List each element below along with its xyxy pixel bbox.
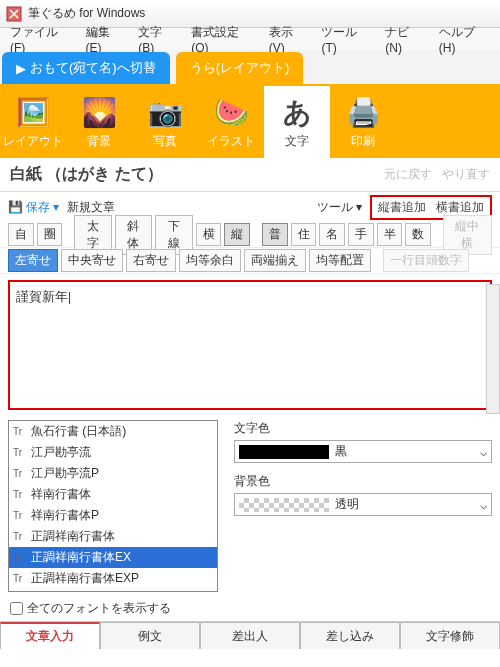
menu-navi[interactable]: ナビ(N) bbox=[379, 22, 431, 57]
undo-button[interactable]: 元に戻す bbox=[384, 166, 432, 183]
menu-help[interactable]: ヘルプ(H) bbox=[433, 22, 496, 57]
app-icon bbox=[6, 6, 22, 22]
font-item[interactable]: Tr江戸勘亭流 bbox=[9, 442, 217, 463]
text-icon: あ bbox=[277, 95, 317, 131]
fmt-num[interactable]: 数 bbox=[405, 223, 431, 246]
tab-decoration[interactable]: 文字修飾 bbox=[400, 622, 500, 649]
tool-photo[interactable]: 📷写真 bbox=[132, 86, 198, 158]
text-cursor: | bbox=[68, 290, 71, 304]
align-distribute[interactable]: 均等配置 bbox=[309, 249, 371, 272]
align-center[interactable]: 中央寄せ bbox=[61, 249, 123, 272]
font-type-icon: Tr bbox=[13, 531, 27, 542]
tab-examples[interactable]: 例文 bbox=[100, 622, 200, 649]
toolbar: 🖼️レイアウト 🌄背景 📷写真 🍉イラスト あ文字 🖨️印刷 bbox=[0, 86, 500, 158]
font-item[interactable]: Tr正調祥南行書体EXP bbox=[9, 568, 217, 589]
disk-icon: 💾 bbox=[8, 200, 23, 214]
tool-dropdown[interactable]: ツール ▾ bbox=[317, 199, 362, 216]
fmt-half[interactable]: 半 bbox=[377, 223, 403, 246]
font-type-icon: Tr bbox=[13, 573, 27, 584]
text-color-swatch bbox=[239, 445, 329, 459]
add-vertical-button[interactable]: 縦書追加 bbox=[378, 199, 426, 216]
chevron-down-icon: ▾ bbox=[356, 200, 362, 214]
tool-illust[interactable]: 🍉イラスト bbox=[198, 86, 264, 158]
font-item[interactable]: Tr正調祥南行書体EX bbox=[9, 547, 217, 568]
add-horizontal-button[interactable]: 横書追加 bbox=[436, 199, 484, 216]
layout-icon: 🖼️ bbox=[13, 95, 53, 131]
show-all-fonts-checkbox[interactable] bbox=[10, 602, 23, 615]
font-list[interactable]: Tr魚石行書 (日本語)Tr江戸勘亭流Tr江戸勘亭流PTr祥南行書体Tr祥南行書… bbox=[8, 420, 218, 592]
tool-layout[interactable]: 🖼️レイアウト bbox=[0, 86, 66, 158]
tab-merge[interactable]: 差し込み bbox=[300, 622, 400, 649]
font-type-icon: Tr bbox=[13, 489, 27, 500]
firstline-num: 一行目頭数字 bbox=[383, 249, 469, 272]
bg-color-swatch bbox=[239, 498, 329, 512]
bg-color-select[interactable]: 透明 ⌵ bbox=[234, 493, 492, 516]
fmt-hand[interactable]: 手 bbox=[348, 223, 374, 246]
font-item[interactable]: Tr正調祥南行書体P bbox=[9, 589, 217, 592]
bg-color-label: 背景色 bbox=[234, 473, 492, 490]
tab-sender[interactable]: 差出人 bbox=[200, 622, 300, 649]
tab-front[interactable]: ▶ おもて(宛て名)へ切替 bbox=[2, 52, 170, 84]
font-type-icon: Tr bbox=[13, 426, 27, 437]
align-left[interactable]: 左寄せ bbox=[8, 249, 58, 272]
app-title: 筆ぐるめ for Windows bbox=[28, 5, 145, 22]
chevron-down-icon: ▾ bbox=[53, 200, 59, 214]
font-item[interactable]: Tr魚石行書 (日本語) bbox=[9, 421, 217, 442]
show-all-fonts-label: 全てのフォントを表示する bbox=[27, 600, 171, 617]
align-distribute-margin[interactable]: 均等余白 bbox=[179, 249, 241, 272]
print-icon: 🖨️ bbox=[343, 95, 383, 131]
tool-background[interactable]: 🌄背景 bbox=[66, 86, 132, 158]
subheader: 白紙 （はがき たて） 元に戻す やり直す bbox=[0, 158, 500, 192]
format-row-2: 左寄せ 中央寄せ 右寄せ 均等余白 両端揃え 均等配置 一行目頭数字 bbox=[0, 248, 500, 274]
menubar: ファイル(F) 編集(E) 文字(B) 書式設定(O) 表示(V) ツール(T)… bbox=[0, 28, 500, 50]
bottom-pane: Tr魚石行書 (日本語)Tr江戸勘亭流Tr江戸勘亭流PTr祥南行書体Tr祥南行書… bbox=[0, 416, 500, 596]
tool-print[interactable]: 🖨️印刷 bbox=[330, 86, 396, 158]
font-item[interactable]: Tr祥南行書体 bbox=[9, 484, 217, 505]
bottom-tabs: 文章入力 例文 差出人 差し込み 文字修飾 bbox=[0, 621, 500, 649]
font-item[interactable]: Tr江戸勘亭流P bbox=[9, 463, 217, 484]
fmt-normal[interactable]: 普 bbox=[262, 223, 288, 246]
font-item[interactable]: Tr祥南行書体P bbox=[9, 505, 217, 526]
textarea-scrollbar[interactable] bbox=[486, 284, 500, 414]
save-button[interactable]: 💾保存▾ bbox=[8, 199, 59, 216]
chevron-down-icon: ⌵ bbox=[480, 498, 487, 512]
illust-icon: 🍉 bbox=[211, 95, 251, 131]
text-color-select[interactable]: 黒 ⌵ bbox=[234, 440, 492, 463]
photo-icon: 📷 bbox=[145, 95, 185, 131]
new-document-button[interactable]: 新規文章 bbox=[67, 199, 115, 216]
fmt-address[interactable]: 住 bbox=[291, 223, 317, 246]
format-row-1: 自 圈 太字 斜体 下線 横 縦 普 住 名 手 半 数 縦中横 bbox=[0, 222, 500, 248]
document-title: 白紙 （はがき たて） bbox=[10, 164, 374, 185]
tool-text[interactable]: あ文字 bbox=[264, 86, 330, 158]
text-content: 謹賀新年 bbox=[16, 289, 68, 304]
fmt-circle[interactable]: 圈 bbox=[37, 223, 63, 246]
show-all-fonts-row: 全てのフォントを表示する bbox=[0, 596, 500, 621]
font-type-icon: Tr bbox=[13, 468, 27, 479]
text-color-label: 文字色 bbox=[234, 420, 492, 437]
chevron-down-icon: ⌵ bbox=[480, 445, 487, 459]
triangle-icon: ▶ bbox=[16, 61, 26, 76]
menu-tool[interactable]: ツール(T) bbox=[315, 22, 377, 57]
text-input-area[interactable]: 謹賀新年| bbox=[8, 280, 492, 410]
fmt-horizontal[interactable]: 横 bbox=[196, 223, 222, 246]
fmt-vertical[interactable]: 縦 bbox=[224, 223, 250, 246]
color-pane: 文字色 黒 ⌵ 背景色 透明 ⌵ bbox=[234, 420, 492, 592]
align-right[interactable]: 右寄せ bbox=[126, 249, 176, 272]
tab-text-input[interactable]: 文章入力 bbox=[0, 622, 100, 649]
tab-back[interactable]: うら(レイアウト) bbox=[176, 52, 304, 84]
fmt-name[interactable]: 名 bbox=[319, 223, 345, 246]
font-item[interactable]: Tr正調祥南行書体 bbox=[9, 526, 217, 547]
font-type-icon: Tr bbox=[13, 510, 27, 521]
align-justify[interactable]: 両端揃え bbox=[244, 249, 306, 272]
font-type-icon: Tr bbox=[13, 552, 27, 563]
font-type-icon: Tr bbox=[13, 447, 27, 458]
background-icon: 🌄 bbox=[79, 95, 119, 131]
redo-button[interactable]: やり直す bbox=[442, 166, 490, 183]
fmt-auto[interactable]: 自 bbox=[8, 223, 34, 246]
